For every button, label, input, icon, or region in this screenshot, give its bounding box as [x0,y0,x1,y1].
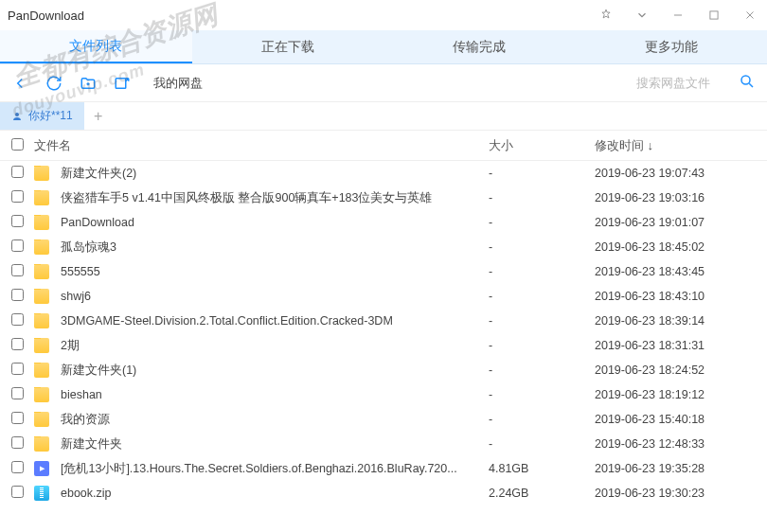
row-checkbox[interactable] [11,313,24,326]
file-row[interactable]: 侠盗猎车手5 v1.41中国风终极版 整合版900辆真车+183位美女与英雄-2… [0,186,767,210]
file-name: 孤岛惊魂3 [61,239,116,256]
main-tabs: 文件列表正在下载传输完成更多功能 [0,30,767,64]
file-row[interactable]: 孤岛惊魂3-2019-06-23 18:45:02 [0,235,767,259]
column-header-date[interactable]: 修改时间 ↓ [595,137,756,154]
search-icon[interactable] [739,73,756,94]
file-name: 555555 [61,265,100,278]
file-row[interactable]: 新建文件夹-2019-06-23 12:48:33 [0,432,767,456]
file-size: - [489,290,595,303]
folder-icon [34,239,49,255]
file-name: PanDownload [61,216,134,229]
file-date: 2019-06-23 18:43:45 [595,265,756,278]
file-date: 2019-06-23 18:43:10 [595,290,756,303]
row-checkbox[interactable] [11,387,24,399]
file-date: 2019-06-23 19:03:16 [595,191,756,204]
column-header-size[interactable]: 大小 [489,137,595,154]
file-row[interactable]: 新建文件夹(2)-2019-06-23 19:07:43 [0,161,767,186]
file-row[interactable]: 555555-2019-06-23 18:43:45 [0,259,767,284]
share-button[interactable] [114,75,131,92]
file-size: - [489,216,595,229]
tab-1[interactable]: 正在下载 [192,30,384,63]
svg-point-5 [741,76,750,84]
file-row[interactable]: [危机13小时].13.Hours.The.Secret.Soldiers.of… [0,456,767,481]
maximize-icon[interactable] [705,6,723,25]
new-folder-button[interactable] [80,75,97,92]
user-icon [11,111,23,122]
file-name: [危机13小时].13.Hours.The.Secret.Soldiers.of… [61,461,457,477]
file-size: - [489,314,595,328]
file-size: - [489,437,595,451]
file-row[interactable]: bieshan-2019-06-23 18:19:12 [0,382,767,407]
file-row[interactable]: 2期-2019-06-23 18:31:31 [0,333,767,358]
file-row[interactable]: PanDownload-2019-06-23 19:01:07 [0,210,767,235]
row-checkbox[interactable] [11,190,24,203]
svg-point-7 [15,113,19,116]
file-size: - [489,191,595,204]
file-date: 2019-06-23 18:31:31 [595,339,756,352]
add-account-button[interactable]: + [84,108,113,125]
menu-icon[interactable] [633,6,651,25]
zip-icon [34,486,49,501]
list-header: 文件名 大小 修改时间 ↓ [0,131,767,161]
account-tab[interactable]: 你好**11 [0,102,84,130]
back-button[interactable] [11,75,28,92]
breadcrumb[interactable]: 我的网盘 [153,75,203,92]
row-checkbox[interactable] [11,338,24,350]
file-name: shwj6 [61,290,91,303]
file-name: 新建文件夹(1) [61,363,136,379]
file-row[interactable]: 新建文件夹(1)-2019-06-23 18:24:52 [0,358,767,382]
account-tabs: 你好**11 + [0,102,767,131]
row-checkbox[interactable] [11,239,24,252]
file-name: ebook.zip [61,487,112,500]
folder-icon [34,215,49,230]
minimize-icon[interactable] [669,6,687,25]
tab-3[interactable]: 更多功能 [576,30,768,63]
search-box [636,73,756,94]
folder-icon [34,363,49,378]
file-size: - [489,364,595,377]
file-size: 2.24GB [489,487,595,500]
row-checkbox[interactable] [11,166,24,178]
refresh-button[interactable] [45,75,62,92]
close-icon[interactable] [740,6,759,25]
folder-icon [34,313,49,328]
file-row[interactable]: ebook.zip2.24GB2019-06-23 19:30:23 [0,481,767,505]
file-date: 2019-06-23 18:19:12 [595,388,756,401]
row-checkbox[interactable] [11,264,24,276]
file-name: 2期 [61,338,80,354]
select-all-checkbox[interactable] [11,138,24,151]
svg-rect-1 [710,11,718,19]
row-checkbox[interactable] [11,486,24,498]
file-row[interactable]: 我的资源-2019-06-23 15:40:18 [0,407,767,432]
file-size: 4.81GB [489,462,595,475]
file-date: 2019-06-23 19:35:28 [595,462,756,475]
row-checkbox[interactable] [11,363,24,375]
file-date: 2019-06-23 19:30:23 [595,487,756,500]
file-name: bieshan [61,388,102,401]
row-checkbox[interactable] [11,436,24,449]
file-list: 新建文件夹(2)-2019-06-23 19:07:43侠盗猎车手5 v1.41… [0,161,767,505]
file-size: - [489,339,595,352]
folder-icon [34,436,49,452]
search-input[interactable] [636,76,731,90]
file-row[interactable]: 3DMGAME-Steel.Division.2.Total.Conflict.… [0,309,767,333]
tab-2[interactable]: 传输完成 [384,30,576,63]
file-date: 2019-06-23 18:39:14 [595,314,756,328]
theme-icon[interactable] [597,6,615,25]
file-size: - [489,413,595,426]
row-checkbox[interactable] [11,215,24,227]
file-date: 2019-06-23 18:24:52 [595,364,756,377]
tab-0[interactable]: 文件列表 [0,30,192,63]
column-header-name[interactable]: 文件名 [34,137,489,154]
file-size: - [489,167,595,180]
svg-rect-4 [116,78,126,88]
video-icon [34,461,49,476]
row-checkbox[interactable] [11,461,24,473]
file-date: 2019-06-23 18:45:02 [595,240,756,254]
file-row[interactable]: shwj6-2019-06-23 18:43:10 [0,284,767,309]
file-size: - [489,265,595,278]
row-checkbox[interactable] [11,289,24,301]
window-controls [597,6,759,25]
file-size: - [489,388,595,401]
row-checkbox[interactable] [11,412,24,424]
